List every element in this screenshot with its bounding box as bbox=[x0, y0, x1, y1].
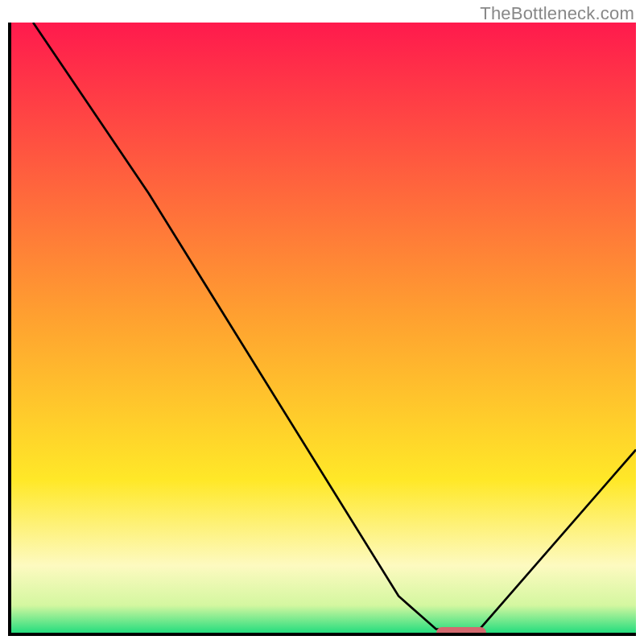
chart-root: TheBottleneck.com bbox=[0, 0, 644, 644]
watermark-text: TheBottleneck.com bbox=[480, 3, 634, 24]
bottleneck-curve bbox=[11, 23, 636, 633]
plot-area bbox=[8, 23, 636, 636]
optimal-range-marker bbox=[436, 627, 486, 633]
plot-inner bbox=[11, 23, 636, 633]
